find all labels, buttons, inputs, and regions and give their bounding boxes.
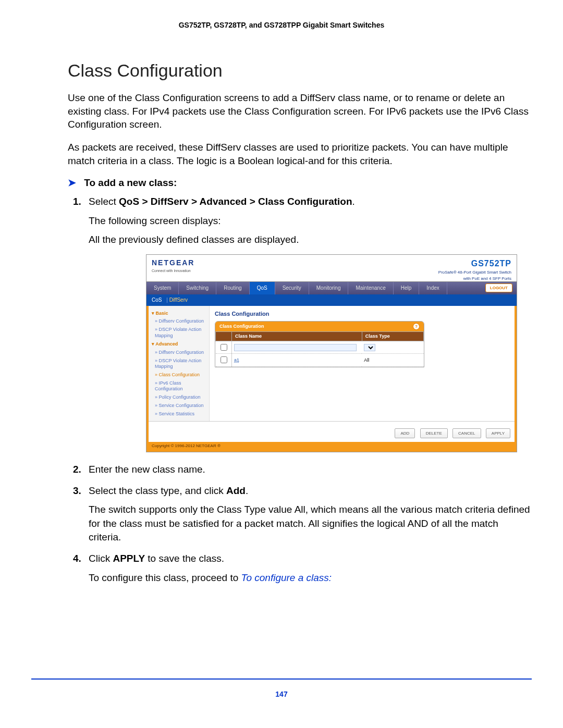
paragraph-1: Use one of the Class Configuration scree… xyxy=(31,91,532,131)
panel-title: Class Configuration xyxy=(215,310,509,318)
procedure-title: ➤ To add a new class: xyxy=(31,177,532,189)
tab-monitoring[interactable]: Monitoring xyxy=(309,282,349,294)
cancel-button[interactable]: CANCEL xyxy=(452,428,481,438)
tab-system[interactable]: System xyxy=(146,282,179,294)
table-row: a1 All xyxy=(216,354,424,367)
row-checkbox[interactable] xyxy=(221,356,227,363)
brand-tagline: Connect with Innovation xyxy=(152,268,194,274)
step2-text: Enter the new class name. xyxy=(89,464,205,475)
step1-pre: Select xyxy=(89,196,119,207)
tab-qos[interactable]: QoS xyxy=(250,282,275,294)
step-2: 2. Enter the new class name. xyxy=(89,463,532,477)
step-3: 3. Select the class type, and click Add.… xyxy=(89,484,532,545)
step4-a: Click xyxy=(89,553,113,564)
sidebar-item-policy[interactable]: » Policy Configuration xyxy=(152,393,209,402)
sidebar-item-basic-dscp[interactable]: » DSCP Violate Action Mapping xyxy=(152,326,209,340)
tab-switching[interactable]: Switching xyxy=(179,282,216,294)
product-desc2: with PoE and 4 SFP Ports xyxy=(438,276,511,281)
class-name-input[interactable] xyxy=(234,344,357,351)
apply-button[interactable]: APPLY xyxy=(486,428,510,438)
tab-security[interactable]: Security xyxy=(275,282,309,294)
step4-sub-a: To configure this class, proceed to xyxy=(89,572,241,583)
product-desc1: ProSafe® 48-Port Gigabit Smart Switch xyxy=(438,269,511,275)
section-heading: Class Configuration xyxy=(31,60,532,81)
class-type-select[interactable] xyxy=(364,344,375,351)
step1-path: QoS > DiffServ > Advanced > Class Config… xyxy=(119,196,352,207)
col-class-type: Class Type xyxy=(362,332,423,341)
step1-sub2: All the previously defined classes are d… xyxy=(89,233,532,247)
row-checkbox[interactable] xyxy=(221,344,227,351)
screenshot: NETGEAR Connect with Innovation GS752TP … xyxy=(146,254,517,452)
step3-b: Add xyxy=(226,485,246,496)
subtab-cos[interactable]: CoS xyxy=(152,297,162,303)
tab-routing[interactable]: Routing xyxy=(216,282,249,294)
product-model: GS752TP xyxy=(438,258,511,269)
arrow-icon: ➤ xyxy=(68,177,76,188)
cell-class-type: All xyxy=(362,354,423,367)
step1-sub1: The following screen displays: xyxy=(89,214,532,228)
logout-button[interactable]: LOGOUT xyxy=(485,283,512,292)
step-4: 4. Click APPLY to save the class. To con… xyxy=(89,552,532,585)
copyright: Copyright © 1996-2012 NETGEAR ® xyxy=(149,442,515,450)
sidebar-item-adv-dscp[interactable]: » DSCP Violate Action Mapping xyxy=(152,357,209,371)
sidebar-group-advanced[interactable]: ▾ Advanced xyxy=(152,340,209,349)
table-row xyxy=(216,341,424,354)
step3-c: . xyxy=(246,485,248,496)
help-icon[interactable]: ? xyxy=(413,323,420,330)
subtab-diffserv[interactable]: DiffServ xyxy=(169,297,188,303)
sidebar-item-adv-diffserv[interactable]: » Diffserv Configuration xyxy=(152,349,209,357)
cell-class-name[interactable]: a1 xyxy=(232,354,362,367)
col-class-name: Class Name xyxy=(232,332,362,341)
page-number: 147 xyxy=(31,678,532,698)
paragraph-2: As packets are received, these DiffServ … xyxy=(31,141,532,167)
step1-post: . xyxy=(352,196,355,207)
sidebar-item-ipv6-class[interactable]: » IPv6 Class Configuration xyxy=(152,379,209,393)
sidebar-item-service[interactable]: » Service Configuration xyxy=(152,402,209,410)
sidebar: ▾ Basic » Diffserv Configuration » DSCP … xyxy=(149,306,210,421)
step4-c: to save the class. xyxy=(145,553,224,564)
sidebar-item-service-stats[interactable]: » Service Statistics xyxy=(152,410,209,418)
add-button[interactable]: ADD xyxy=(395,428,415,438)
procedure-title-text: To add a new class: xyxy=(84,177,177,188)
box-title: Class Configuration xyxy=(219,323,264,330)
tab-index[interactable]: Index xyxy=(419,282,447,294)
delete-button[interactable]: DELETE xyxy=(420,428,448,438)
sidebar-item-basic-diffserv[interactable]: » Diffserv Configuration xyxy=(152,317,209,326)
step-1: 1. Select QoS > DiffServ > Advanced > Cl… xyxy=(89,195,532,452)
step4-b: APPLY xyxy=(113,553,145,564)
tab-maintenance[interactable]: Maintenance xyxy=(348,282,393,294)
step3-a: Select the class type, and click xyxy=(89,485,226,496)
step3-sub: The switch supports only the Class Type … xyxy=(89,503,532,545)
configure-class-link[interactable]: To configure a class: xyxy=(241,572,332,583)
tab-help[interactable]: Help xyxy=(394,282,420,294)
sidebar-group-basic[interactable]: ▾ Basic xyxy=(152,309,209,318)
class-table: Class Name Class Type xyxy=(215,331,424,367)
main-tabs: System Switching Routing QoS Security Mo… xyxy=(146,281,517,294)
sidebar-item-class-config[interactable]: » Class Configuration xyxy=(152,371,209,379)
document-header: GS752TP, GS728TP, and GS728TPP Gigabit S… xyxy=(31,21,532,29)
brand-logo: NETGEAR xyxy=(152,258,194,268)
